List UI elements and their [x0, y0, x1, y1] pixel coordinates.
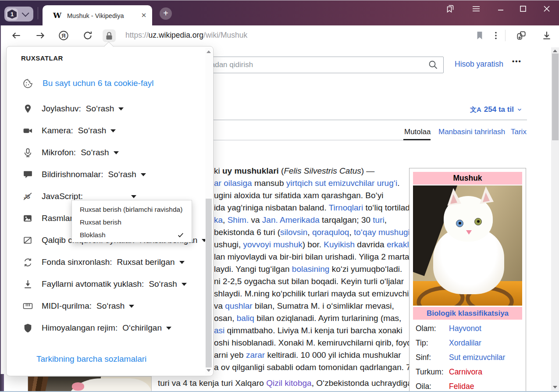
url-scheme: https://: [125, 31, 149, 39]
site-info-lock-button[interactable]: [103, 29, 116, 42]
classification-row: Sinf:Sut emizuvchilar: [409, 351, 526, 365]
permission-value-dropdown[interactable]: Oʻchirilgan: [122, 323, 171, 333]
url-path: /wiki/Mushuk: [203, 31, 247, 39]
article-link[interactable]: yovvoyi mushuk: [243, 240, 303, 249]
cookies-link[interactable]: Bu sayt uchun 6 ta cookie-fayl: [43, 78, 153, 88]
menu-item[interactable]: Ruxsat berish: [72, 216, 192, 228]
toolbar: Я https://uz.wikipedia.org/wiki/Mushuk: [0, 25, 559, 46]
article-text: ,: [349, 228, 354, 237]
page-scrollbar[interactable]: [551, 47, 559, 391]
article-text-line: ki uy mushuklari (Felis Silvestris Catus…: [214, 166, 374, 176]
panel-scroll-up-icon[interactable]: [207, 50, 211, 53]
panel-scrollbar[interactable]: [205, 47, 212, 375]
yandex-search-icon[interactable]: Я: [58, 30, 69, 41]
article-link[interactable]: Tirnoqlari: [329, 203, 363, 212]
article-link[interactable]: Jan. Amerikada: [262, 215, 320, 225]
panel-scrollbar-thumb[interactable]: [206, 199, 212, 367]
article-link[interactable]: silovsin: [280, 228, 307, 237]
scroll-up-icon[interactable]: [553, 50, 557, 52]
forward-button[interactable]: [35, 30, 46, 41]
article-text: bekistonda 6 turi (: [214, 228, 280, 237]
close-button[interactable]: [541, 4, 552, 14]
create-account-link[interactable]: Hisob yaratish: [455, 60, 503, 69]
tab-groups-button[interactable]: 1: [4, 7, 33, 21]
article-text: turi va 4 ta kenja turi Xalqaro: [158, 378, 266, 388]
permission-value-dropdown[interactable]: Soʻrash: [108, 170, 146, 179]
permission-value-dropdown[interactable]: Soʻrash: [86, 104, 124, 114]
maximize-button[interactable]: [518, 4, 528, 14]
article-link[interactable]: baliq: [237, 314, 254, 323]
new-tab-button[interactable]: +: [160, 7, 172, 20]
article-link[interactable]: bolasining: [292, 264, 330, 274]
language-count: 254 ta til: [484, 105, 514, 114]
article-text-line: ugini aloxida tur sifatida xam qarashgan…: [214, 190, 384, 201]
caret-down-icon: [110, 129, 116, 132]
taxon-link[interactable]: Sut emizuvchilar: [449, 353, 505, 362]
infobox: Mushuk Biologik kla: [409, 168, 526, 392]
toolbar-separator: [505, 30, 506, 41]
address-url[interactable]: https://uz.wikipedia.org/wiki/Mushuk: [125, 31, 247, 40]
article-image-cat-closeup[interactable]: [28, 376, 152, 392]
caret-down-icon: [179, 261, 185, 264]
article-text: oshi hisoblanadi. Xonaki M. kemiruvchila…: [214, 338, 417, 347]
article-text: davrida: [355, 240, 387, 249]
article-link[interactable]: Kuyikish: [324, 240, 355, 249]
window-left-edge: [0, 25, 1, 392]
hamburger-menu-icon[interactable]: [471, 4, 481, 14]
taxon-link[interactable]: Felidae: [449, 382, 474, 391]
article-link[interactable]: zarar: [246, 350, 265, 360]
page-tab-manbasini-tahrirlash[interactable]: Manbasini tahrirlash: [438, 128, 505, 136]
svg-text:Я: Я: [61, 32, 65, 39]
menu-item[interactable]: Bloklash: [72, 228, 192, 241]
menu-item[interactable]: Ruxsat berish (birlamchi ravishda): [72, 203, 192, 216]
protect-extension-icon[interactable]: [516, 30, 527, 41]
reload-icon[interactable]: [82, 30, 93, 41]
article-text: keltiradi. 10 000 yil ichida mushuklar: [265, 350, 401, 360]
article-link[interactable]: Shim.: [228, 215, 249, 225]
permission-value-dropdown[interactable]: Soʻrash: [81, 148, 118, 157]
article-text: va: [214, 301, 225, 310]
language-selector[interactable]: 文A 254 ta til: [470, 105, 523, 114]
permission-value-dropdown[interactable]: Soʻrash: [149, 279, 186, 289]
article-link[interactable]: asi: [214, 326, 224, 335]
article-link[interactable]: ar oilasiga: [214, 178, 252, 188]
search-icon[interactable]: [428, 60, 438, 70]
page-tab-tarix[interactable]: Tarix: [511, 128, 527, 136]
article-link[interactable]: qoraquloq: [312, 228, 349, 237]
permission-value-dropdown[interactable]: Ruxsat berilgan: [117, 257, 185, 267]
bookmark-icon[interactable]: [474, 30, 485, 41]
active-tab[interactable]: W Mushuk - Vikipediya ✕: [43, 5, 152, 25]
permission-row: Kamera:Soʻrash: [22, 120, 200, 142]
article-link[interactable]: ka: [214, 215, 223, 225]
downloads-icon[interactable]: [541, 30, 552, 41]
page-tab-mutolaa[interactable]: Mutolaa: [404, 128, 431, 136]
kitten-image: [413, 185, 522, 306]
article-link[interactable]: Qizil kitobga: [266, 378, 312, 388]
back-button[interactable]: [11, 30, 22, 41]
side-panels-icon[interactable]: [445, 4, 456, 14]
article-link[interactable]: turi: [373, 215, 384, 225]
permission-value-dropdown[interactable]: Soʻrash: [78, 126, 116, 135]
url-host: uz.wikipedia.org: [149, 31, 203, 39]
panel-title: RUXSATLAR: [21, 54, 63, 62]
page-scrollbar-thumb[interactable]: [552, 53, 559, 140]
article-text: ida yagʻriniga nisbatan baland.: [214, 203, 329, 212]
minimize-button[interactable]: [495, 4, 506, 14]
taxon-link[interactable]: Xordalilar: [449, 339, 481, 347]
scroll-down-icon[interactable]: [553, 386, 557, 388]
content-settings-link[interactable]: Tarkibning barcha sozlamalari: [36, 354, 146, 364]
menu-item-label: Ruxsat berish (birlamchi ravishda): [80, 206, 185, 214]
article-link[interactable]: qushlar: [225, 301, 252, 310]
permission-value-dropdown[interactable]: [127, 195, 136, 198]
article-link[interactable]: toʻqay mushugi: [354, 228, 410, 237]
kebab-menu-icon[interactable]: [490, 30, 502, 41]
permission-value-dropdown[interactable]: Soʻrash: [96, 301, 134, 311]
page-more-menu[interactable]: •••: [512, 57, 522, 65]
panel-scroll-down-icon[interactable]: [207, 369, 211, 372]
tab-close-icon[interactable]: ✕: [139, 11, 149, 20]
article-link[interactable]: yirtqich sut emizuvchilar urugʻi: [286, 178, 397, 188]
chevron-down-icon: [516, 107, 523, 113]
permission-label: Fayllarni avtomatik yuklash:: [42, 279, 144, 289]
taxon-link[interactable]: Hayvonot: [449, 324, 481, 333]
taxon-link[interactable]: Carnivora: [449, 367, 482, 376]
